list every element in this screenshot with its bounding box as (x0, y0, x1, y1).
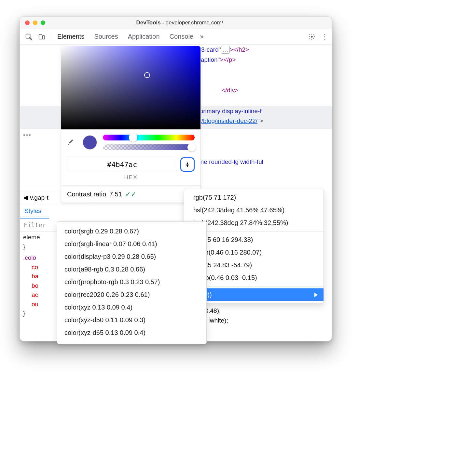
toolbar: Elements Sources Application Console » ⋮ (20, 29, 332, 45)
contrast-row[interactable]: Contrast ratio 7.51 ✓✓ (61, 186, 200, 203)
title-url: developer.chrome.com/ (166, 20, 223, 26)
src-frag: ></p> (220, 56, 236, 63)
contrast-label: Contrast ratio (67, 191, 106, 198)
src-frag: ></h2> (230, 46, 249, 53)
submenu-item[interactable]: color(srgb-linear 0.07 0.06 0.41) (57, 238, 206, 250)
color-space-submenu: color(srgb 0.29 0.28 0.67) color(srgb-li… (57, 221, 207, 344)
close-window-button[interactable] (25, 20, 30, 25)
settings-icon[interactable] (308, 33, 315, 40)
contrast-value: 7.51 (109, 191, 122, 198)
tab-elements[interactable]: Elements (57, 33, 84, 40)
window-controls (20, 20, 50, 25)
devtools-window: DevTools - developer.chrome.com/ Element… (20, 16, 332, 341)
maximize-window-button[interactable] (41, 20, 45, 25)
submenu-item[interactable]: color(srgb 0.29 0.28 0.67) (57, 225, 206, 238)
current-color-swatch[interactable] (83, 135, 97, 150)
submenu-item[interactable]: color(prophoto-rgb 0.3 0.23 0.57) (57, 276, 206, 288)
src-frag: </div> (222, 87, 239, 94)
color-spectrum[interactable] (61, 46, 200, 129)
alpha-slider[interactable] (103, 144, 195, 150)
submenu-item[interactable]: color(xyz 0.13 0.09 0.4) (57, 301, 206, 314)
styles-tab[interactable]: Styles (20, 204, 49, 218)
chevron-left-icon[interactable]: ◀ (23, 194, 28, 201)
submenu-item[interactable]: color(xyz-d65 0.13 0.09 0.4) (57, 326, 206, 339)
tab-console[interactable]: Console (170, 33, 193, 40)
svg-rect-2 (43, 35, 45, 39)
kebab-icon[interactable]: ⋮ (321, 33, 328, 41)
collapse-indicator[interactable]: ••• (23, 132, 32, 139)
submenu-item[interactable]: color(display-p3 0.29 0.28 0.65) (57, 250, 206, 263)
submenu-item[interactable]: color(a98-rgb 0.3 0.28 0.66) (57, 263, 206, 276)
hue-thumb[interactable] (129, 133, 137, 142)
hue-slider[interactable] (103, 135, 195, 140)
tab-application[interactable]: Application (128, 33, 160, 40)
breadcrumb-text: v.gap-t (30, 194, 48, 201)
more-tabs-icon[interactable]: » (200, 33, 204, 41)
src-link[interactable]: /blog/insider-dec-22/ (201, 117, 257, 124)
titlebar: DevTools - developer.chrome.com/ (20, 17, 332, 29)
menu-item[interactable]: rgb(75 71 172) (184, 191, 324, 204)
app-name: DevTools (136, 20, 160, 26)
hex-input[interactable] (67, 158, 177, 171)
menu-item[interactable]: hsl(242.38deg 41.56% 47.65%) (184, 204, 324, 217)
contrast-pass-icon: ✓✓ (125, 190, 136, 198)
tab-sources[interactable]: Sources (94, 33, 118, 40)
minimize-window-button[interactable] (33, 20, 37, 25)
inspect-icon[interactable] (23, 31, 34, 42)
spectrum-handle[interactable] (144, 72, 150, 78)
devtools-tabs: Elements Sources Application Console (57, 33, 193, 40)
submenu-arrow-icon (314, 293, 318, 297)
eyedropper-icon[interactable] (67, 139, 77, 146)
device-toggle-icon[interactable] (36, 31, 47, 42)
alpha-thumb[interactable] (187, 143, 196, 152)
src-frag: r-primary display-inline-f (196, 108, 262, 115)
svg-point-3 (311, 36, 313, 38)
submenu-item[interactable]: color(xyz-d50 0.11 0.09 0.3) (57, 314, 206, 326)
svg-rect-1 (39, 34, 42, 39)
hex-label: HEX (61, 172, 200, 185)
color-picker: ▲▼ HEX Contrast ratio 7.51 ✓✓ (61, 46, 201, 203)
submenu-item[interactable]: color(rec2020 0.26 0.23 0.61) (57, 288, 206, 301)
src-frag: rline rounded-lg width-ful (196, 158, 263, 165)
window-title: DevTools - developer.chrome.com/ (50, 20, 309, 26)
color-format-toggle[interactable]: ▲▼ (180, 157, 195, 172)
